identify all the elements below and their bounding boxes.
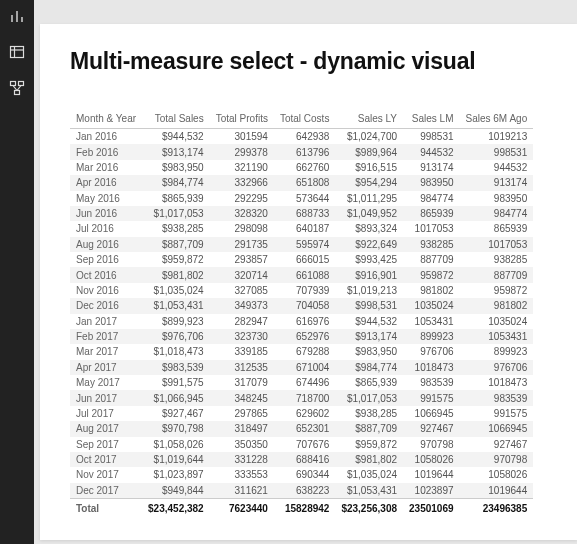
table-row[interactable]: Jul 2017$927,467297865629602$938,2851066…: [70, 406, 533, 421]
column-header[interactable]: Month & Year: [70, 109, 142, 129]
page-title: Multi-measure select - dynamic visual: [70, 48, 559, 75]
cell: 938285: [460, 252, 534, 267]
column-header[interactable]: Sales LM: [403, 109, 460, 129]
table-row[interactable]: Dec 2017$949,844311621638223$1,053,43110…: [70, 483, 533, 499]
column-header[interactable]: Total Profits: [210, 109, 274, 129]
table-row[interactable]: Jan 2016$944,532301594642938$1,024,70099…: [70, 129, 533, 145]
table-row[interactable]: Jun 2016$1,017,053328320688733$1,049,952…: [70, 206, 533, 221]
cell: $938,285: [335, 406, 403, 421]
table-row[interactable]: Sep 2017$1,058,026350350707676$959,87297…: [70, 437, 533, 452]
cell: 927467: [460, 437, 534, 452]
cell: 959872: [403, 267, 460, 282]
total-cell: Total: [70, 499, 142, 517]
cell: $993,425: [335, 252, 403, 267]
svg-rect-3: [11, 47, 24, 58]
cell: $983,950: [142, 160, 210, 175]
cell: $1,035,024: [142, 283, 210, 298]
cell: $991,575: [142, 375, 210, 390]
cell: 1058026: [460, 467, 534, 482]
cell: $983,950: [335, 344, 403, 359]
cell: 616976: [274, 314, 335, 329]
cell: $899,923: [142, 314, 210, 329]
cell: 1058026: [403, 452, 460, 467]
cell: $984,774: [335, 360, 403, 375]
table-row[interactable]: Oct 2016$981,802320714661088$916,9019598…: [70, 267, 533, 282]
table-icon[interactable]: [7, 42, 27, 62]
table-row[interactable]: Apr 2017$983,539312535671004$984,7741018…: [70, 360, 533, 375]
table-row[interactable]: Mar 2016$983,950321190662760$916,5159131…: [70, 160, 533, 175]
cell: $1,017,053: [335, 390, 403, 405]
cell: 959872: [460, 283, 534, 298]
cell: Jun 2016: [70, 206, 142, 221]
cell: Jan 2016: [70, 129, 142, 145]
cell: $922,649: [335, 237, 403, 252]
table-row[interactable]: Oct 2017$1,019,644331228688416$981,80210…: [70, 452, 533, 467]
cell: 984774: [403, 191, 460, 206]
measures-table[interactable]: Month & YearTotal SalesTotal ProfitsTota…: [70, 109, 533, 516]
cell: 323730: [210, 329, 274, 344]
cell: 679288: [274, 344, 335, 359]
cell: 350350: [210, 437, 274, 452]
table-row[interactable]: Jul 2016$938,285298098640187$893,3241017…: [70, 221, 533, 236]
cell: $1,019,644: [142, 452, 210, 467]
total-cell: 23501069: [403, 499, 460, 517]
cell: $916,901: [335, 267, 403, 282]
cell: $983,539: [142, 360, 210, 375]
cell: $998,531: [335, 298, 403, 313]
table-row[interactable]: May 2017$991,575317079674496$865,9399835…: [70, 375, 533, 390]
table-row[interactable]: Mar 2017$1,018,473339185679288$983,95097…: [70, 344, 533, 359]
table-row[interactable]: Dec 2016$1,053,431349373704058$998,53110…: [70, 298, 533, 313]
cell: $1,049,952: [335, 206, 403, 221]
column-header[interactable]: Total Costs: [274, 109, 335, 129]
table-row[interactable]: Jun 2017$1,066,945348245718700$1,017,053…: [70, 390, 533, 405]
cell: 595974: [274, 237, 335, 252]
table-row[interactable]: Aug 2017$970,798318497652301$887,7099274…: [70, 421, 533, 436]
bar-chart-icon[interactable]: [7, 6, 27, 26]
cell: $1,035,024: [335, 467, 403, 482]
cell: $959,872: [335, 437, 403, 452]
cell: 1023897: [403, 483, 460, 499]
cell: $887,709: [142, 237, 210, 252]
table-total-row: Total$23,452,382762344015828942$23,256,3…: [70, 499, 533, 517]
cell: Feb 2016: [70, 144, 142, 159]
model-icon[interactable]: [7, 78, 27, 98]
nav-iconbar: [0, 0, 34, 544]
table-row[interactable]: Feb 2016$913,174299378613796$989,9649445…: [70, 144, 533, 159]
table-row[interactable]: Nov 2016$1,035,024327085707939$1,019,213…: [70, 283, 533, 298]
table-row[interactable]: May 2016$865,939292295573644$1,011,29598…: [70, 191, 533, 206]
cell: $1,066,945: [142, 390, 210, 405]
cell: 318497: [210, 421, 274, 436]
cell: 317079: [210, 375, 274, 390]
svg-rect-6: [11, 82, 16, 86]
cell: $1,024,700: [335, 129, 403, 145]
column-header[interactable]: Sales LY: [335, 109, 403, 129]
cell: Feb 2017: [70, 329, 142, 344]
column-header[interactable]: Total Sales: [142, 109, 210, 129]
cell: 652301: [274, 421, 335, 436]
cell: 704058: [274, 298, 335, 313]
column-header[interactable]: Sales 6M Ago: [460, 109, 534, 129]
cell: 1066945: [460, 421, 534, 436]
cell: $913,174: [335, 329, 403, 344]
cell: 1017053: [460, 237, 534, 252]
cell: $887,709: [335, 421, 403, 436]
table-row[interactable]: Apr 2016$984,774332966651808$954,2949839…: [70, 175, 533, 190]
cell: 299378: [210, 144, 274, 159]
svg-rect-8: [15, 91, 20, 95]
table-row[interactable]: Sep 2016$959,872293857666015$993,4258877…: [70, 252, 533, 267]
cell: 293857: [210, 252, 274, 267]
cell: May 2016: [70, 191, 142, 206]
table-row[interactable]: Aug 2016$887,709291735595974$922,6499382…: [70, 237, 533, 252]
table-row[interactable]: Jan 2017$899,923282947616976$944,5321053…: [70, 314, 533, 329]
table-row[interactable]: Feb 2017$976,706323730652976$913,1748999…: [70, 329, 533, 344]
table-row[interactable]: Nov 2017$1,023,897333553690344$1,035,024…: [70, 467, 533, 482]
cell: 899923: [460, 344, 534, 359]
cell: $865,939: [142, 191, 210, 206]
cell: $981,802: [142, 267, 210, 282]
cell: 1018473: [460, 375, 534, 390]
cell: $1,053,431: [335, 483, 403, 499]
cell: 983950: [403, 175, 460, 190]
cell: 707939: [274, 283, 335, 298]
cell: Nov 2017: [70, 467, 142, 482]
cell: 629602: [274, 406, 335, 421]
